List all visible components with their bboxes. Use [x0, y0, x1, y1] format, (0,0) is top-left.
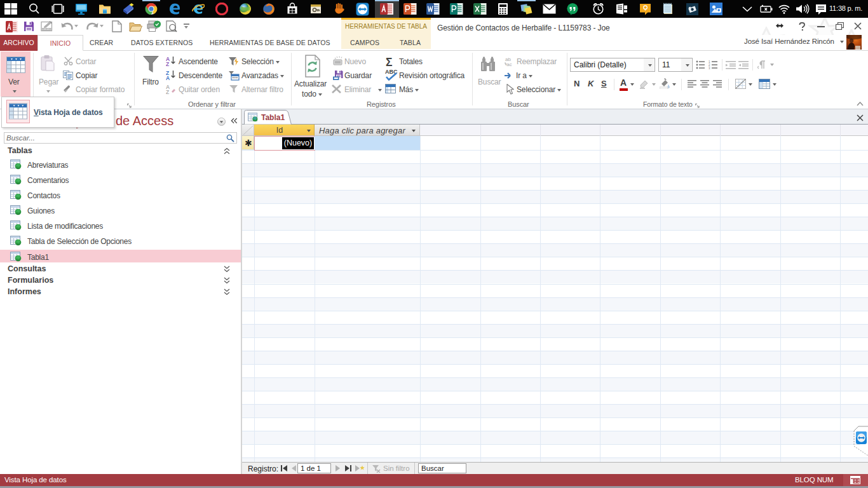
svg-text:ac: ac [506, 62, 512, 67]
svg-text:Z: Z [166, 89, 169, 94]
svg-text:3: 3 [709, 67, 710, 69]
svg-text:Z: Z [166, 61, 169, 66]
svg-text:A: A [166, 75, 170, 80]
